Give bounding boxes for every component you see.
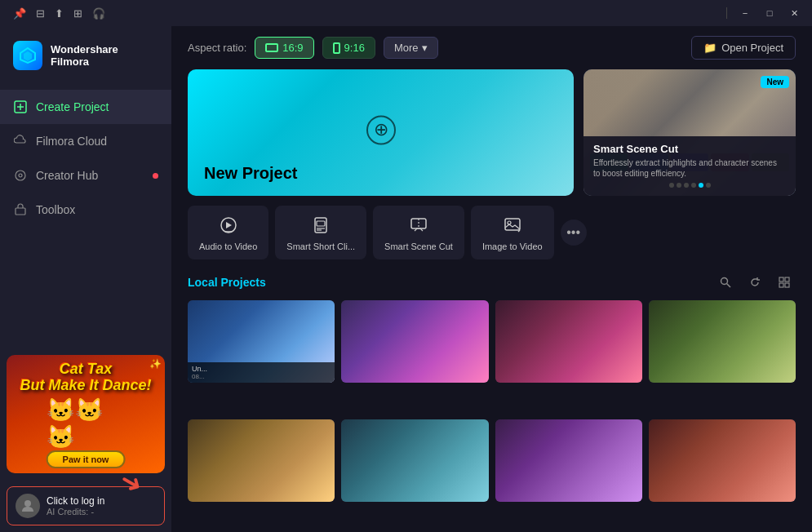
headset-icon[interactable]: 🎧 <box>92 7 105 20</box>
refresh-button[interactable] <box>743 271 766 294</box>
svg-marker-1 <box>24 51 32 61</box>
tool-image-to-video[interactable]: Image to Video <box>471 206 554 259</box>
new-project-card[interactable]: ⊕ New Project <box>188 69 574 196</box>
local-projects-title: Local Projects <box>188 276 714 289</box>
svg-point-18 <box>721 278 728 285</box>
audio-icon <box>217 214 240 237</box>
sidebar-item-creator-hub[interactable]: Creator Hub <box>0 158 171 193</box>
feature-title: Smart Scene Cut <box>593 143 786 155</box>
local-projects-header: Local Projects <box>171 266 812 300</box>
project-item[interactable] <box>341 419 488 502</box>
folder-icon: 📁 <box>703 42 717 54</box>
project-thumb <box>341 300 488 383</box>
grid-icon[interactable]: ⊟ <box>36 7 45 20</box>
hub-icon <box>13 168 28 183</box>
sidebar: Wondershare Filmora Create Project <box>0 26 171 532</box>
main-content: Aspect ratio: 16:9 9:16 More ▾ 📁 Open Pr… <box>171 26 812 532</box>
project-item[interactable] <box>341 300 488 383</box>
svg-point-6 <box>19 174 22 177</box>
title-bar-icons: 📌 ⊟ ⬆ ⊞ 🎧 <box>13 7 105 20</box>
tool-label-short-clip: Smart Short Cli... <box>286 242 355 251</box>
project-item[interactable] <box>495 419 642 502</box>
svg-point-8 <box>24 500 31 507</box>
sidebar-item-create-project[interactable]: Create Project <box>0 90 171 124</box>
project-date: 08... <box>192 373 331 380</box>
project-item[interactable] <box>495 300 642 383</box>
close-button[interactable]: ✕ <box>783 5 805 21</box>
grid-view-button[interactable] <box>773 271 796 294</box>
aspect-9-16-button[interactable]: 9:16 <box>322 37 375 59</box>
svg-rect-11 <box>317 221 325 226</box>
sidebar-item-label-toolbox: Toolbox <box>36 203 75 216</box>
upload-icon[interactable]: ⬆ <box>55 7 64 20</box>
aspect-ratio-label: Aspect ratio: <box>188 42 246 54</box>
short-clip-icon <box>309 214 332 237</box>
ad-content: Cat TaxBut Make It Dance! 🐱🐱🐱 ✨ Paw it n… <box>7 355 165 473</box>
project-item[interactable] <box>188 419 335 502</box>
hero-section: ⊕ New Project New <box>171 69 812 196</box>
pin-icon[interactable]: 📌 <box>13 7 26 20</box>
tool-audio-to-video[interactable]: Audio to Video <box>188 206 268 259</box>
more-button[interactable]: More ▾ <box>384 37 438 59</box>
project-name: Un... <box>192 365 331 373</box>
project-thumb <box>188 419 335 502</box>
project-item[interactable]: Un... 08... <box>188 300 335 383</box>
ad-banner[interactable]: Cat TaxBut Make It Dance! 🐱🐱🐱 ✨ Paw it n… <box>7 355 165 473</box>
project-item[interactable] <box>649 419 796 502</box>
user-profile[interactable]: Click to log in AI Credits: - <box>7 486 165 525</box>
sidebar-nav: Create Project Filmora Cloud Creator <box>0 86 171 348</box>
sidebar-item-toolbox[interactable]: Toolbox <box>0 193 171 227</box>
chevron-down-icon: ▾ <box>422 42 428 54</box>
dot-5 <box>699 183 703 188</box>
svg-rect-21 <box>785 277 789 282</box>
feature-card-bg: New Smart Scene Cut Effortlessly extract… <box>583 69 796 196</box>
tool-label-audio: Audio to Video <box>199 242 257 251</box>
topbar: Aspect ratio: 16:9 9:16 More ▾ 📁 Open Pr… <box>171 26 812 69</box>
sidebar-item-filmora-cloud[interactable]: Filmora Cloud <box>0 124 171 158</box>
dot-3 <box>684 183 689 188</box>
app-logo: Wondershare Filmora <box>0 26 171 86</box>
user-avatar <box>16 494 40 518</box>
ad-button[interactable]: Paw it now <box>47 450 126 468</box>
feature-card[interactable]: New Smart Scene Cut Effortlessly extract… <box>583 69 796 196</box>
tools-row: Audio to Video Smart Short Cli... <box>171 196 812 266</box>
sidebar-item-label-create: Create Project <box>36 100 109 113</box>
separator <box>726 7 727 19</box>
new-project-label: New Project <box>204 164 297 183</box>
minimize-button[interactable]: − <box>734 5 757 21</box>
projects-grid: Un... 08... <box>171 300 812 532</box>
sparkle-icon: ✨ <box>149 358 162 370</box>
title-bar: 📌 ⊟ ⬆ ⊞ 🎧 − □ ✕ <box>0 0 812 26</box>
user-info: Click to log in AI Credits: - <box>47 495 156 516</box>
project-thumb <box>495 300 642 383</box>
app-container: Wondershare Filmora Create Project <box>0 26 812 532</box>
feature-info: Smart Scene Cut Effortlessly extract hig… <box>583 136 796 196</box>
carousel-dots <box>593 183 786 188</box>
window-controls: − □ ✕ <box>734 5 805 21</box>
16-9-icon <box>265 43 278 52</box>
ad-title: Cat TaxBut Make It Dance! <box>20 361 151 394</box>
9-16-icon <box>333 42 340 54</box>
svg-rect-16 <box>505 219 520 230</box>
aspect-16-9-button[interactable]: 16:9 <box>255 37 313 59</box>
svg-rect-20 <box>779 277 783 282</box>
image-icon <box>501 214 524 237</box>
maximize-button[interactable]: □ <box>758 5 781 21</box>
tools-more-button[interactable]: ••• <box>561 219 587 246</box>
logo-icon <box>13 41 42 70</box>
tool-smart-short-clip[interactable]: Smart Short Cli... <box>275 206 366 259</box>
sidebar-item-label-cloud: Filmora Cloud <box>36 135 107 148</box>
cloud-icon <box>13 134 28 149</box>
project-item[interactable] <box>649 300 796 383</box>
tool-smart-scene-cut[interactable]: Smart Scene Cut <box>373 206 464 259</box>
svg-point-5 <box>16 171 25 180</box>
more-dots-icon: ••• <box>566 225 580 240</box>
open-project-button[interactable]: 📁 Open Project <box>691 36 796 60</box>
ad-cats: 🐱🐱🐱 <box>47 397 126 450</box>
toolbox-icon <box>13 202 28 217</box>
project-thumb <box>341 419 488 502</box>
layout-icon[interactable]: ⊞ <box>73 7 82 20</box>
scene-cut-icon <box>407 214 430 237</box>
search-button[interactable] <box>714 271 737 294</box>
tool-label-image: Image to Video <box>482 242 543 251</box>
